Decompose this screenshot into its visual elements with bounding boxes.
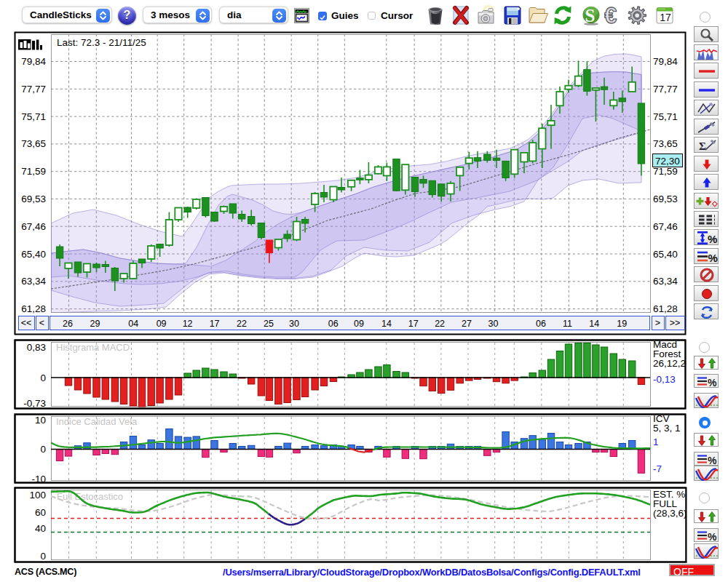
svg-text:%: %: [708, 531, 717, 543]
svg-text:67,46: 67,46: [21, 221, 46, 232]
svg-text:27: 27: [462, 319, 472, 329]
svg-text:72,30: 72,30: [655, 156, 680, 167]
svg-text:%: %: [708, 233, 717, 245]
svg-text:11: 11: [563, 319, 572, 329]
svg-text:-0,73: -0,73: [23, 398, 46, 409]
svg-text:Histgrama MACD: Histgrama MACD: [56, 342, 130, 353]
svg-text:5, 3, 1: 5, 3, 1: [653, 423, 681, 434]
svg-text:09: 09: [354, 319, 364, 329]
svg-text:100: 100: [29, 490, 46, 501]
svg-text:Σ: Σ: [699, 140, 706, 152]
svg-text:73,65: 73,65: [653, 138, 678, 149]
svg-text:-7: -7: [653, 463, 662, 474]
svg-text:69,53: 69,53: [21, 194, 46, 204]
svg-text:60: 60: [35, 507, 46, 518]
svg-text:25: 25: [264, 319, 274, 329]
svg-text:63,34: 63,34: [653, 276, 678, 287]
svg-text:12: 12: [183, 319, 193, 329]
svg-text:30: 30: [289, 319, 299, 329]
svg-text:%: %: [708, 376, 717, 388]
svg-text:%: %: [708, 455, 717, 466]
svg-text:17: 17: [660, 12, 671, 23]
svg-text:17: 17: [408, 319, 419, 329]
svg-text:10: 10: [35, 415, 46, 426]
svg-text:71,59: 71,59: [21, 166, 46, 177]
svg-text:0,83: 0,83: [27, 342, 46, 353]
svg-text:22: 22: [237, 319, 247, 329]
svg-text:79,84: 79,84: [21, 56, 46, 67]
svg-text:%: %: [708, 252, 718, 264]
svg-text:0: 0: [40, 372, 46, 383]
svg-text:19: 19: [617, 319, 627, 329]
svg-text:69,53: 69,53: [653, 194, 678, 204]
svg-text:71,59: 71,59: [653, 166, 678, 177]
svg-text:14: 14: [381, 319, 392, 329]
svg-text:06: 06: [536, 319, 546, 329]
svg-text:Indice Calidad Vela: Indice Calidad Vela: [56, 416, 138, 427]
svg-text:06: 06: [328, 319, 339, 329]
svg-text:€: €: [604, 5, 617, 25]
svg-text:79,84: 79,84: [653, 56, 678, 67]
svg-text:26: 26: [63, 319, 73, 329]
svg-text:73,65: 73,65: [21, 138, 46, 149]
svg-text:0: 0: [40, 551, 46, 562]
svg-text:75,71: 75,71: [653, 111, 678, 122]
svg-text:Full Estocastico: Full Estocastico: [57, 491, 123, 502]
svg-text:<<: <<: [21, 318, 32, 328]
svg-text:04: 04: [128, 319, 138, 329]
svg-text:1: 1: [653, 436, 659, 447]
svg-text:>>: >>: [670, 318, 681, 328]
svg-text:30: 30: [488, 319, 498, 329]
svg-text:(28,3,6): (28,3,6): [653, 508, 687, 519]
svg-text:77,77: 77,77: [653, 84, 678, 95]
svg-text:77,77: 77,77: [21, 84, 46, 95]
svg-text:22: 22: [435, 319, 445, 329]
svg-text:17: 17: [210, 319, 220, 329]
svg-text:14: 14: [589, 319, 599, 329]
svg-text:65,40: 65,40: [21, 249, 46, 260]
svg-text:-0,13: -0,13: [653, 374, 676, 385]
svg-text:40: 40: [35, 523, 46, 534]
svg-text:61,28: 61,28: [653, 303, 678, 314]
svg-text:Last: 72.3 - 21/11/25: Last: 72.3 - 21/11/25: [57, 37, 146, 48]
svg-text:75,71: 75,71: [21, 111, 46, 122]
svg-text:>: >: [655, 318, 660, 328]
svg-text:29: 29: [90, 319, 100, 329]
svg-text:61,28: 61,28: [21, 303, 46, 314]
svg-text:0: 0: [40, 444, 46, 455]
svg-text:<: <: [39, 318, 44, 328]
svg-text:67,46: 67,46: [653, 221, 678, 232]
svg-text:65,40: 65,40: [653, 249, 678, 260]
svg-text:63,34: 63,34: [21, 276, 46, 287]
svg-text:S: S: [585, 6, 596, 25]
svg-text:09: 09: [157, 319, 167, 329]
